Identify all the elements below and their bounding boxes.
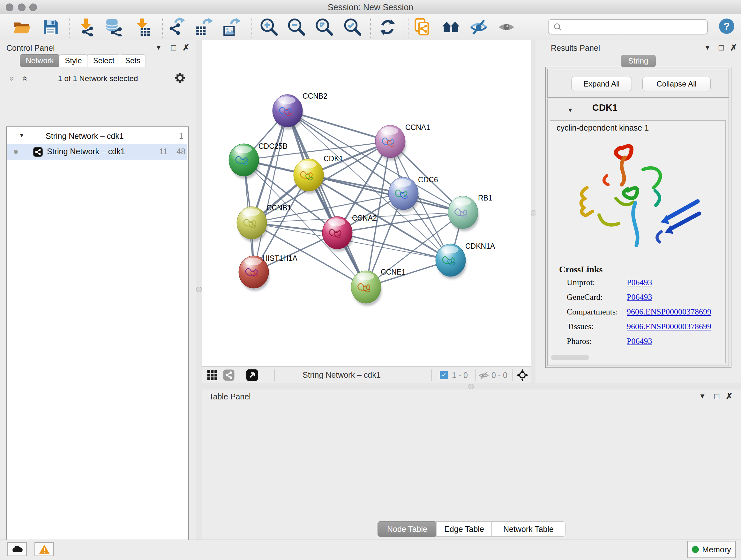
first-neighbors-icon[interactable] <box>442 18 460 37</box>
network-node-CCNB2[interactable] <box>273 95 303 130</box>
network-row[interactable]: String Network – cdk1 11 48 <box>7 144 187 160</box>
crosslink-uniprot-link[interactable]: P06493 <box>627 278 652 287</box>
import-network-database-icon[interactable] <box>104 18 123 37</box>
results-panel-float-icon[interactable]: □ <box>719 43 724 53</box>
export-table-icon[interactable] <box>194 18 213 37</box>
left-splitter-handle[interactable] <box>196 287 202 292</box>
string-view-icon[interactable] <box>223 369 235 381</box>
right-splitter[interactable] <box>531 40 536 383</box>
node-gloss <box>234 145 252 153</box>
network-node-CDC25B[interactable] <box>229 144 259 179</box>
node-gloss <box>278 97 295 104</box>
network-list: ▼ String Network – cdk1 1 String Network… <box>6 126 189 560</box>
network-node-CDKN1A[interactable] <box>435 244 466 279</box>
statusbar-separator <box>240 369 240 381</box>
zoom-in-icon[interactable] <box>259 18 278 37</box>
tab-style[interactable]: Style <box>59 54 88 67</box>
tab-string[interactable]: String <box>621 55 656 67</box>
results-hscroll-thumb[interactable] <box>551 355 589 360</box>
export-network-icon[interactable] <box>167 18 185 37</box>
network-node-RB1[interactable] <box>448 196 479 231</box>
cloud-button[interactable] <box>7 542 27 556</box>
main-toolbar: ? <box>0 14 741 41</box>
network-edge[interactable] <box>254 111 287 272</box>
fit-selected-crosshair-icon[interactable] <box>516 369 529 381</box>
crosslink-genecard-link[interactable]: P06493 <box>627 293 652 302</box>
network-options-gear-icon[interactable] <box>174 72 186 84</box>
collapse-all-button[interactable]: Collapse All <box>643 77 711 91</box>
zoom-fit-icon[interactable] <box>314 18 333 37</box>
node-label: HIST1H1A <box>262 254 298 262</box>
tab-network-table[interactable]: Network Table <box>491 521 565 537</box>
node-label: CDC25B <box>259 142 287 150</box>
network-node-CCNB1[interactable] <box>237 206 267 242</box>
network-graph[interactable]: CCNB2CCNA1CDC25BCDK1CDC6RB1CCNB1CCNA2CDK… <box>202 40 531 366</box>
export-image-icon[interactable] <box>222 18 241 37</box>
crosslink-tissues-link[interactable]: 9606.ENSP00000378699 <box>627 322 711 331</box>
tab-node-table[interactable]: Node Table <box>378 521 437 537</box>
tab-network[interactable]: Network <box>20 54 60 67</box>
zoom-out-icon[interactable] <box>286 18 305 37</box>
control-panel-close-icon[interactable]: ✗ <box>183 43 190 53</box>
tab-select[interactable]: Select <box>87 54 120 67</box>
table-panel: Table Panel ▼ □ ✗ f(x) shared name name … <box>202 389 741 540</box>
network-node-CCNA1[interactable] <box>375 125 406 160</box>
selected-checkbox-icon[interactable]: ✓ <box>440 371 448 379</box>
horizontal-splitter-handle[interactable] <box>468 384 474 389</box>
network-collection-row[interactable]: ▼ String Network – cdk1 1 <box>7 130 187 144</box>
birds-eye-grid-icon[interactable] <box>207 370 218 381</box>
left-splitter[interactable] <box>196 40 202 540</box>
tab-sets[interactable]: Sets <box>120 54 146 67</box>
table-panel-collapse-icon[interactable]: ▼ <box>699 392 706 400</box>
search-icon <box>553 22 562 32</box>
horizontal-splitter[interactable] <box>202 383 741 389</box>
network-edge[interactable] <box>287 111 366 287</box>
network-name: String Network – cdk1 <box>47 147 125 156</box>
hide-selection-icon[interactable] <box>469 18 488 37</box>
entry-name: CDK1 <box>592 103 617 113</box>
crosslinks-title: CrossLinks <box>559 264 603 274</box>
toolbar-separator <box>69 17 70 38</box>
memory-button[interactable]: Memory <box>687 541 736 558</box>
search-input[interactable] <box>565 21 704 32</box>
control-panel-title: Control Panel <box>6 44 55 53</box>
crosslink-compartments-link[interactable]: 9606.ENSP00000378699 <box>627 307 711 317</box>
node-gloss <box>454 198 471 206</box>
entry-expander-icon[interactable]: ▼ <box>567 107 573 114</box>
status-bar: Memory <box>0 540 741 560</box>
table-panel-float-icon[interactable]: □ <box>714 391 719 401</box>
node-gloss <box>357 273 374 280</box>
control-panel-collapse-icon[interactable]: ▼ <box>155 44 162 52</box>
node-entry-box: ▼ CDK1 cyclin-dependent kinase 1 <box>547 99 729 366</box>
crosslink-pharos-link[interactable]: P06493 <box>627 336 652 346</box>
import-network-file-icon[interactable] <box>77 18 96 37</box>
results-panel-collapse-icon[interactable]: ▼ <box>704 44 711 52</box>
zoom-selected-icon[interactable] <box>343 18 361 37</box>
tab-edge-table[interactable]: Edge Table <box>436 521 492 537</box>
expand-all-button[interactable]: Expand All <box>571 77 632 91</box>
node-label: CCNA1 <box>405 123 430 132</box>
help-button[interactable]: ? <box>719 18 734 34</box>
node-gloss <box>299 161 317 168</box>
network-node-CDK1[interactable] <box>293 159 324 194</box>
open-in-window-icon[interactable] <box>246 369 259 381</box>
open-session-icon[interactable] <box>13 18 31 37</box>
collection-expander-icon[interactable]: ▼ <box>19 132 24 139</box>
selected-node-edge-counts: 1 - 0 <box>452 371 468 380</box>
statusbar-separator <box>475 369 476 381</box>
results-panel-close-icon[interactable]: ✗ <box>730 43 737 53</box>
crosslink-label: Compartments: <box>567 307 618 317</box>
clone-network-icon[interactable] <box>413 18 432 37</box>
hidden-node-edge-counts: 0 - 0 <box>491 371 508 380</box>
show-all-icon[interactable] <box>497 18 516 37</box>
warnings-button[interactable] <box>35 542 54 556</box>
memory-label: Memory <box>702 545 731 554</box>
save-session-icon[interactable] <box>42 18 60 37</box>
import-table-file-icon[interactable] <box>133 18 152 37</box>
collection-name: String Network – cdk1 <box>46 132 124 141</box>
network-view-title: String Network – cdk1 <box>302 370 381 380</box>
control-panel-float-icon[interactable]: □ <box>171 43 176 53</box>
table-panel-close-icon[interactable]: ✗ <box>726 391 733 401</box>
network-node-CCNE1[interactable] <box>351 271 382 306</box>
refresh-view-icon[interactable] <box>378 18 397 37</box>
